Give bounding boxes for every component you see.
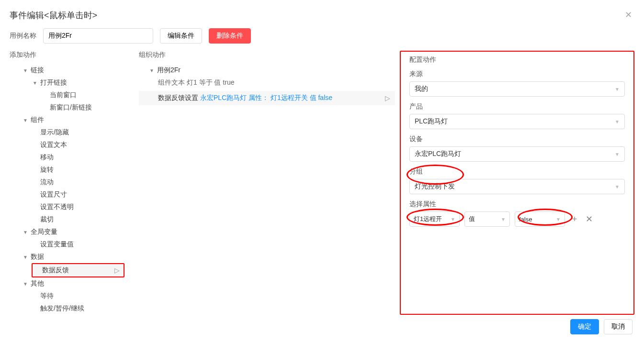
chevron-down-icon: ▼: [615, 152, 620, 157]
group-label: 分组: [409, 167, 625, 176]
chevron-down-icon: ▼: [615, 87, 620, 92]
chevron-down-icon: ▼: [501, 217, 506, 222]
add-icon[interactable]: +: [570, 214, 579, 224]
tree-group-open-link[interactable]: ▼打开链接: [10, 77, 139, 89]
product-label: 产品: [409, 102, 625, 111]
tree-item-set-opacity[interactable]: ▼设置不透明: [10, 201, 139, 213]
cancel-button[interactable]: 取消: [604, 319, 633, 334]
case-name-label: 用例名称: [10, 32, 36, 40]
tree-item-current-window[interactable]: ▼当前窗口: [10, 89, 139, 101]
tree-group-component[interactable]: ▼组件: [10, 114, 139, 126]
tree-item-set-text[interactable]: ▼设置文本: [10, 139, 139, 151]
tree-item-data-feedback[interactable]: 数据反馈 ▷: [32, 263, 124, 277]
source-label: 来源: [409, 70, 625, 78]
tree-group-data[interactable]: ▼数据: [10, 251, 139, 263]
product-select[interactable]: PLC跑马灯▼: [409, 114, 625, 129]
tree-item-rotate[interactable]: ▼旋转: [10, 164, 139, 176]
attr-operator-select[interactable]: 值▼: [464, 211, 510, 227]
play-icon: ▷: [114, 266, 120, 274]
org-action-prefix: 数据反馈设置: [158, 94, 200, 101]
play-icon: ▷: [385, 94, 390, 102]
ok-button[interactable]: 确定: [570, 319, 599, 334]
tree-item-set-var[interactable]: ▼设置变量值: [10, 238, 139, 251]
org-case-name[interactable]: ▼ 用例2Fr: [139, 64, 395, 77]
chevron-down-icon: ▼: [615, 184, 620, 189]
attr-value-select[interactable]: false▼: [515, 211, 565, 227]
tree-group-other[interactable]: ▼其他: [10, 277, 139, 290]
group-select[interactable]: 灯光控制下发▼: [409, 179, 625, 194]
tree-group-global-var[interactable]: ▼全局变量: [10, 226, 139, 238]
chevron-down-icon: ▼: [451, 217, 455, 222]
configure-action-title: 配置动作: [409, 55, 625, 64]
close-icon[interactable]: ✕: [625, 10, 632, 20]
tree-item-show-hide[interactable]: ▼显示/隐藏: [10, 126, 139, 139]
dialog-title: 事件编辑<鼠标单击时>: [10, 10, 97, 21]
org-condition: 组件文本 灯1 等于 值 true: [139, 77, 395, 89]
tree-item-crop[interactable]: ▼裁切: [10, 213, 139, 226]
tree-item-new-window[interactable]: ▼新窗口/新链接: [10, 101, 139, 114]
source-select[interactable]: 我的▼: [409, 81, 625, 97]
chevron-down-icon: ▼: [615, 119, 620, 124]
add-action-title: 添加动作: [10, 51, 139, 59]
organize-action-title: 组织动作: [139, 51, 395, 59]
edit-condition-button[interactable]: 编辑条件: [160, 28, 202, 44]
tree-item-move[interactable]: ▼移动: [10, 151, 139, 164]
tree-item-flow[interactable]: ▼流动: [10, 176, 139, 188]
remove-icon[interactable]: ✕: [584, 214, 594, 224]
org-action-link[interactable]: 永宏PLC跑马灯 属性： 灯1远程开关 值 false: [200, 94, 332, 101]
attr-property-select[interactable]: 灯1远程开▼: [409, 211, 460, 227]
delete-condition-button[interactable]: 删除条件: [209, 28, 251, 44]
case-name-input[interactable]: [43, 28, 153, 44]
tree-item-trigger[interactable]: ▼触发/暂停/继续: [10, 302, 139, 315]
tree-item-set-size[interactable]: ▼设置尺寸: [10, 188, 139, 201]
device-select[interactable]: 永宏PLC跑马灯▼: [409, 146, 625, 162]
device-label: 设备: [409, 135, 625, 144]
tree-group-link[interactable]: ▼链接: [10, 64, 139, 77]
tree-item-wait[interactable]: ▼等待: [10, 290, 139, 302]
action-tree: ▼链接 ▼打开链接 ▼当前窗口 ▼新窗口/新链接 ▼组件 ▼显示/隐藏 ▼设置文…: [10, 64, 139, 315]
chevron-down-icon: ▼: [556, 217, 561, 222]
attr-label: 选择属性: [409, 200, 625, 209]
org-action-selected[interactable]: 数据反馈设置 永宏PLC跑马灯 属性： 灯1远程开关 值 false ▷: [139, 91, 395, 105]
